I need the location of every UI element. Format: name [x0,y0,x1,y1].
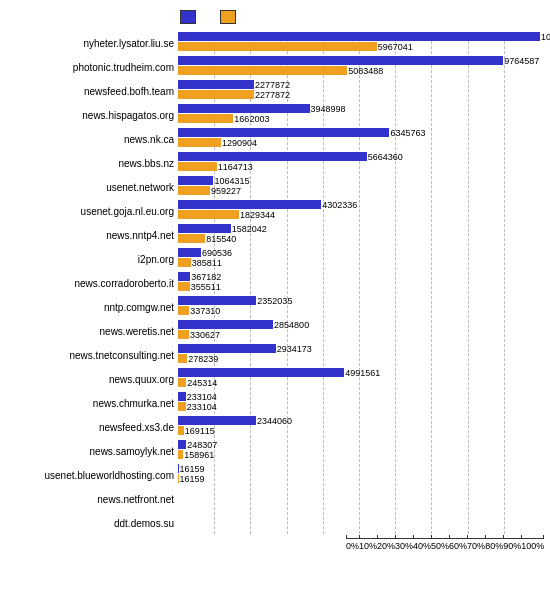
row-label: nntp.comgw.net [10,302,178,313]
bars-wrapper: 56643601164713 [178,152,540,174]
bar-pair: 22778722277872 [178,80,540,99]
rejected-value: 2277872 [255,90,290,100]
rejected-bar-fill: 337310 [178,306,189,315]
accepted-value: 2344060 [257,416,292,426]
bar-pair: 1582042815540 [178,224,540,243]
table-row: news.corradoroberto.it367182355511 [10,272,540,294]
bar-pair: 97645875083488 [178,56,540,75]
accepted-bar: 16159 [178,464,540,473]
rejected-bar-fill: 5083488 [178,66,347,75]
accepted-bar-fill: 5664360 [178,152,367,161]
rejected-bar: 5083488 [178,66,540,75]
rejected-value: 5967041 [378,42,413,52]
accepted-bar-fill: 9764587 [178,56,503,65]
accepted-bar: 4991561 [178,368,540,377]
accepted-bar-fill: 1064315 [178,176,213,185]
rejected-bar: 158961 [178,450,540,459]
rejected-bar-fill: 1164713 [178,162,217,171]
rejected-bar: 355511 [178,282,540,291]
row-label: usenet.blueworldhosting.com [10,470,178,481]
bars-wrapper: 1064315959227 [178,176,540,198]
rejected-value: 385811 [192,258,222,268]
accepted-bar: 248307 [178,440,540,449]
accepted-bar: 367182 [178,272,540,281]
rejected-bar-fill: 2277872 [178,90,254,99]
bar-pair: 63457631290904 [178,128,540,147]
bars-wrapper: 108669075967041 [178,32,540,54]
accepted-value: 6345763 [390,128,425,138]
table-row: news.weretis.net2854800330627 [10,320,540,342]
accepted-bar-fill: 2344060 [178,416,256,425]
row-label: ddt.demos.su [10,518,178,529]
bar-pair: 2352035337310 [178,296,540,315]
chart-container: nyheter.lysator.liu.se108669075967041pho… [0,0,550,605]
rejected-value: 330627 [190,330,220,340]
bar-pair: 43023361829344 [178,200,540,219]
bar-pair: 108669075967041 [178,32,540,51]
accepted-value: 690536 [202,248,232,258]
x-tick: 100% [521,539,544,551]
bars-wrapper: 2352035337310 [178,296,540,318]
accepted-bar-fill: 4302336 [178,200,321,209]
rejected-bar-fill: 385811 [178,258,191,267]
rejected-bar-fill: 233104 [178,402,186,411]
table-row: news.hispagatos.org39489981662003 [10,104,540,126]
accepted-bar-fill: 233104 [178,392,186,401]
x-tick: 70% [467,539,485,551]
bars-wrapper [178,488,540,510]
accepted-value: 3948998 [311,104,346,114]
accepted-bar-fill: 2352035 [178,296,256,305]
accepted-value: 4302336 [322,200,357,210]
table-row: newsfeed.xs3.de2344060169115 [10,416,540,438]
bar-pair: 367182355511 [178,272,540,291]
rejected-value: 1164713 [218,162,253,172]
bar-pair: 2344060169115 [178,416,540,435]
row-label: news.nntp4.net [10,230,178,241]
accepted-bar: 2344060 [178,416,540,425]
accepted-bar [178,512,540,521]
accepted-bar: 2352035 [178,296,540,305]
row-label: nyheter.lysator.liu.se [10,38,178,49]
accepted-value: 10866907 [541,32,550,42]
bars-wrapper: 248307158961 [178,440,540,462]
table-row: news.chmurka.net233104233104 [10,392,540,414]
accepted-value: 2934173 [277,344,312,354]
accepted-bar: 3948998 [178,104,540,113]
accepted-bar-fill: 2854800 [178,320,273,329]
legend-rejected-box [220,10,236,24]
bars-wrapper: 39489981662003 [178,104,540,126]
accepted-bar: 1582042 [178,224,540,233]
rejected-bar-fill: 16159 [178,474,179,483]
bars-wrapper: 2854800330627 [178,320,540,342]
bars-wrapper: 367182355511 [178,272,540,294]
row-label: news.corradoroberto.it [10,278,178,289]
rejected-bar: 1164713 [178,162,540,171]
accepted-value: 2277872 [255,80,290,90]
row-label: usenet.goja.nl.eu.org [10,206,178,217]
accepted-bar-fill: 2934173 [178,344,276,353]
rejected-value: 355511 [191,282,221,292]
accepted-bar: 233104 [178,392,540,401]
accepted-value: 2352035 [257,296,292,306]
accepted-bar-fill: 2277872 [178,80,254,89]
rejected-bar-fill: 1829344 [178,210,239,219]
rejected-value: 158961 [184,450,214,460]
rejected-bar: 2277872 [178,90,540,99]
accepted-bar [178,488,540,497]
accepted-value: 5664360 [368,152,403,162]
row-label: news.hispagatos.org [10,110,178,121]
rejected-value: 5083488 [348,66,383,76]
rejected-bar-fill: 355511 [178,282,190,291]
bar-pair: 56643601164713 [178,152,540,171]
x-tick: 10% [359,539,377,551]
x-tick: 20% [377,539,395,551]
bars-wrapper: 4991561245314 [178,368,540,390]
accepted-value: 367182 [191,272,221,282]
table-row: news.samoylyk.net248307158961 [10,440,540,462]
accepted-bar-fill: 4991561 [178,368,344,377]
accepted-bar: 9764587 [178,56,540,65]
bar-pair: 2934173278239 [178,344,540,363]
x-axis-container: 0%10%20%30%40%50%60%70%80%90%100% [178,538,540,551]
accepted-bar: 5664360 [178,152,540,161]
rejected-bar [178,498,540,507]
